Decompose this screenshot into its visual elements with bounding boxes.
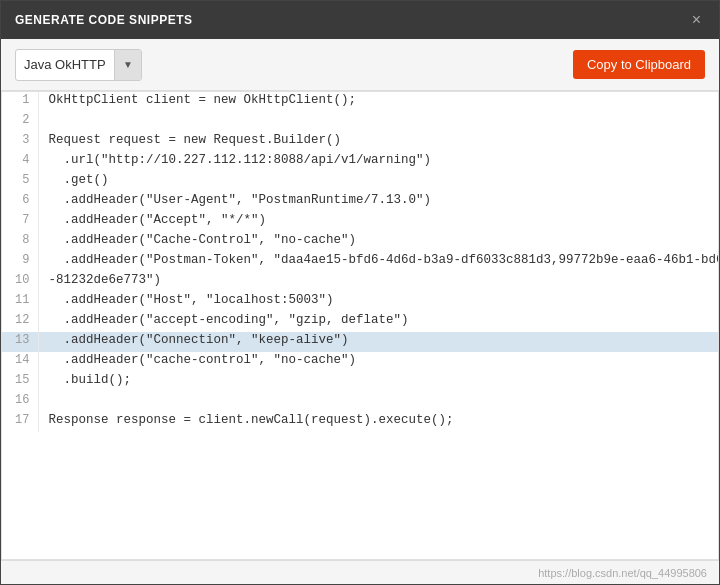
line-code: -81232de6e773")	[38, 272, 719, 292]
line-code: .get()	[38, 172, 719, 192]
table-row: 6 .addHeader("User-Agent", "PostmanRunti…	[2, 192, 719, 212]
close-button[interactable]: ×	[688, 10, 705, 30]
line-number: 13	[2, 332, 38, 352]
table-row: 17Response response = client.newCall(req…	[2, 412, 719, 432]
line-number: 10	[2, 272, 38, 292]
table-row: 2	[2, 112, 719, 132]
line-code: .addHeader("Accept", "*/*")	[38, 212, 719, 232]
language-selector[interactable]: Java OkHTTP Python JavaScript cURL ▼	[15, 49, 142, 81]
line-code: .build();	[38, 372, 719, 392]
line-number: 1	[2, 92, 38, 112]
line-number: 5	[2, 172, 38, 192]
line-number: 9	[2, 252, 38, 272]
table-row: 1OkHttpClient client = new OkHttpClient(…	[2, 92, 719, 112]
table-row: 7 .addHeader("Accept", "*/*")	[2, 212, 719, 232]
table-row: 12 .addHeader("accept-encoding", "gzip, …	[2, 312, 719, 332]
toolbar: Java OkHTTP Python JavaScript cURL ▼ Cop…	[1, 39, 719, 91]
line-code: .addHeader("User-Agent", "PostmanRuntime…	[38, 192, 719, 212]
footer-bar: https://blog.csdn.net/qq_44995806	[1, 560, 719, 584]
line-number: 15	[2, 372, 38, 392]
copy-to-clipboard-button[interactable]: Copy to Clipboard	[573, 50, 705, 79]
line-number: 4	[2, 152, 38, 172]
table-row: 8 .addHeader("Cache-Control", "no-cache"…	[2, 232, 719, 252]
modal-container: GENERATE CODE SNIPPETS × Java OkHTTP Pyt…	[0, 0, 720, 585]
line-number: 3	[2, 132, 38, 152]
code-table: 1OkHttpClient client = new OkHttpClient(…	[2, 92, 719, 432]
code-area: 1OkHttpClient client = new OkHttpClient(…	[1, 91, 719, 560]
modal-title: GENERATE CODE SNIPPETS	[15, 13, 192, 27]
table-row: 16	[2, 392, 719, 412]
line-code: .addHeader("cache-control", "no-cache")	[38, 352, 719, 372]
table-row: 9 .addHeader("Postman-Token", "daa4ae15-…	[2, 252, 719, 272]
line-number: 16	[2, 392, 38, 412]
table-row: 13 .addHeader("Connection", "keep-alive"…	[2, 332, 719, 352]
line-code: .addHeader("accept-encoding", "gzip, def…	[38, 312, 719, 332]
line-code: Response response = client.newCall(reque…	[38, 412, 719, 432]
line-code: Request request = new Request.Builder()	[38, 132, 719, 152]
line-number: 17	[2, 412, 38, 432]
line-code: OkHttpClient client = new OkHttpClient()…	[38, 92, 719, 112]
line-number: 12	[2, 312, 38, 332]
table-row: 10-81232de6e773")	[2, 272, 719, 292]
language-dropdown[interactable]: Java OkHTTP Python JavaScript cURL	[16, 53, 114, 76]
line-number: 2	[2, 112, 38, 132]
line-code: .url("http://10.227.112.112:8088/api/v1/…	[38, 152, 719, 172]
table-row: 5 .get()	[2, 172, 719, 192]
line-code	[38, 112, 719, 132]
table-row: 4 .url("http://10.227.112.112:8088/api/v…	[2, 152, 719, 172]
line-number: 11	[2, 292, 38, 312]
modal-header: GENERATE CODE SNIPPETS ×	[1, 1, 719, 39]
line-code: .addHeader("Postman-Token", "daa4ae15-bf…	[38, 252, 719, 272]
line-code: .addHeader("Cache-Control", "no-cache")	[38, 232, 719, 252]
line-number: 7	[2, 212, 38, 232]
table-row: 15 .build();	[2, 372, 719, 392]
table-row: 14 .addHeader("cache-control", "no-cache…	[2, 352, 719, 372]
footer-link[interactable]: https://blog.csdn.net/qq_44995806	[538, 567, 707, 579]
table-row: 3Request request = new Request.Builder()	[2, 132, 719, 152]
line-number: 14	[2, 352, 38, 372]
table-row: 11 .addHeader("Host", "localhost:5003")	[2, 292, 719, 312]
line-code	[38, 392, 719, 412]
line-number: 8	[2, 232, 38, 252]
line-code: .addHeader("Host", "localhost:5003")	[38, 292, 719, 312]
line-code: .addHeader("Connection", "keep-alive")	[38, 332, 719, 352]
line-number: 6	[2, 192, 38, 212]
dropdown-arrow-icon[interactable]: ▼	[114, 50, 141, 80]
